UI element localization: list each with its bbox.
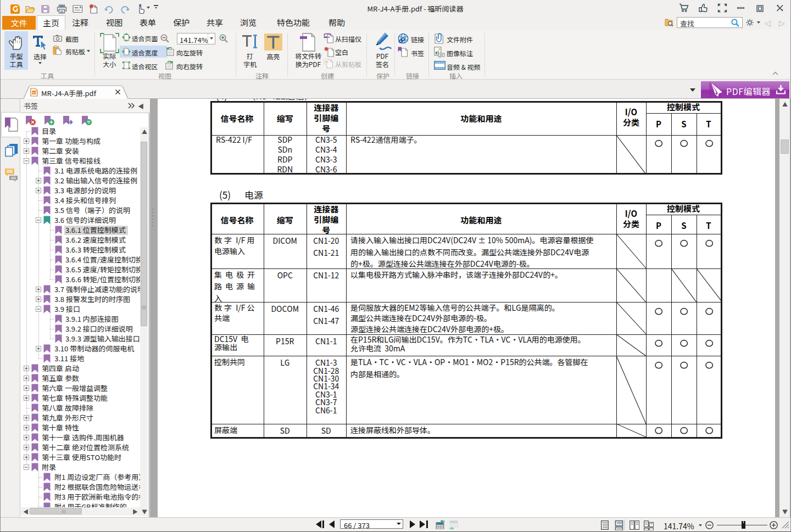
svg-text:PDF: PDF <box>31 91 37 94</box>
